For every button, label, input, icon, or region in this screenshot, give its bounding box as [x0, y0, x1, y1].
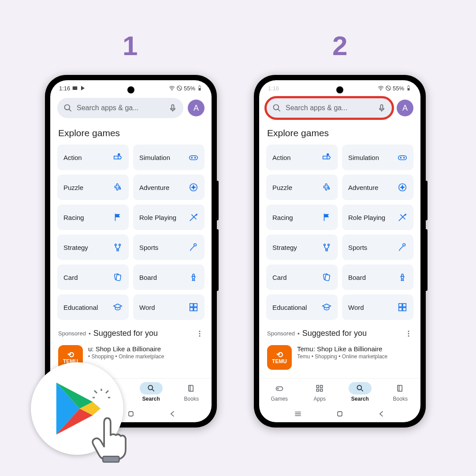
menu-dots-icon[interactable]	[405, 330, 413, 338]
puzzle-icon	[113, 182, 123, 192]
mic-icon[interactable]	[168, 104, 177, 112]
category-puzzle[interactable]: Puzzle	[266, 175, 338, 200]
category-board[interactable]: Board	[133, 264, 205, 290]
search-bar[interactable]: Search apps & ga...	[57, 98, 183, 118]
svg-point-29	[199, 335, 201, 336]
book-icon	[396, 384, 405, 393]
svg-rect-19	[117, 249, 119, 251]
sports-icon	[189, 242, 198, 252]
svg-rect-24	[194, 304, 197, 307]
battery-icon	[405, 85, 412, 91]
search-bar-highlighted[interactable]: Search apps & ga...	[266, 98, 392, 118]
category-card[interactable]: Card	[57, 264, 129, 290]
sports-icon	[398, 242, 407, 252]
adventure-icon	[398, 182, 407, 192]
category-racing[interactable]: Racing	[57, 205, 129, 230]
svg-rect-52	[381, 105, 383, 109]
category-grid: Action Simulation Puzzle Adventure Racin…	[57, 145, 205, 320]
svg-rect-12	[190, 156, 197, 160]
svg-rect-66	[399, 304, 402, 307]
svg-rect-49	[408, 86, 409, 86]
pointer-hand-icon	[84, 411, 137, 464]
sponsored-label: Sponsored	[267, 330, 295, 337]
category-strategy[interactable]: Strategy	[266, 234, 338, 260]
category-roleplaying[interactable]: Role Playing	[133, 205, 205, 230]
app-title: Temu: Shop Like a Billionaire	[297, 345, 387, 353]
svg-rect-62	[326, 249, 327, 251]
svg-point-7	[65, 105, 70, 110]
category-simulation[interactable]: Simulation	[342, 145, 413, 170]
camera-notch	[336, 86, 343, 93]
roleplaying-icon	[189, 212, 198, 222]
nav-books[interactable]: Books	[171, 379, 212, 405]
app-title: u: Shop Like a Billionaire	[88, 345, 164, 353]
category-action[interactable]: Action	[266, 145, 338, 170]
back-button[interactable]	[377, 409, 386, 418]
svg-rect-68	[399, 308, 402, 311]
gamepad-icon	[275, 384, 284, 393]
back-button[interactable]	[168, 409, 177, 418]
profile-avatar[interactable]: A	[397, 100, 413, 116]
search-icon	[63, 104, 72, 112]
svg-rect-86	[338, 412, 342, 416]
recents-button[interactable]	[294, 409, 302, 418]
step-label-1: 1	[123, 30, 138, 61]
category-word[interactable]: Word	[133, 294, 205, 320]
svg-rect-92	[103, 456, 119, 462]
home-button[interactable]	[335, 409, 344, 418]
category-adventure[interactable]: Adventure	[342, 175, 413, 200]
category-racing[interactable]: Racing	[266, 205, 338, 230]
svg-point-57	[403, 157, 405, 159]
svg-line-38	[152, 390, 154, 391]
svg-point-14	[194, 157, 196, 159]
nav-apps[interactable]: Apps	[300, 379, 340, 405]
mic-icon[interactable]	[377, 104, 386, 112]
svg-rect-5	[199, 88, 201, 90]
board-icon	[189, 272, 198, 282]
category-board[interactable]: Board	[342, 264, 413, 290]
app-row-temu[interactable]: ⟲TEMU Temu: Shop Like a Billionaire Temu…	[266, 342, 413, 372]
category-educational[interactable]: Educational	[57, 294, 129, 320]
nav-books[interactable]: Books	[380, 379, 421, 405]
nav-search[interactable]: Search	[131, 379, 171, 405]
category-educational[interactable]: Educational	[266, 294, 338, 320]
svg-point-13	[191, 157, 193, 159]
svg-rect-22	[116, 275, 121, 281]
category-simulation[interactable]: Simulation	[133, 145, 205, 170]
category-puzzle[interactable]: Puzzle	[57, 175, 129, 200]
wifi-icon	[169, 85, 175, 91]
category-word[interactable]: Word	[342, 294, 413, 320]
svg-rect-69	[403, 308, 406, 311]
category-sports[interactable]: Sports	[133, 234, 205, 260]
search-nav-icon	[356, 384, 364, 393]
svg-rect-73	[276, 387, 283, 390]
category-card[interactable]: Card	[266, 264, 338, 290]
phone-2: 1:16 55% Search apps & ga... A Explore g…	[254, 75, 426, 428]
category-sports[interactable]: Sports	[342, 234, 413, 260]
category-action[interactable]: Action	[57, 145, 129, 170]
svg-rect-67	[403, 304, 406, 307]
svg-line-51	[278, 109, 280, 112]
board-icon	[398, 272, 407, 282]
search-placeholder: Search apps & ga...	[286, 104, 377, 112]
svg-rect-78	[317, 389, 319, 391]
svg-rect-65	[325, 275, 330, 281]
search-icon	[272, 104, 281, 112]
nav-games[interactable]: Games	[259, 379, 300, 405]
card-icon	[113, 272, 123, 282]
menu-dots-icon[interactable]	[196, 330, 204, 338]
svg-point-44	[380, 90, 381, 91]
svg-point-28	[199, 333, 201, 334]
racing-icon	[322, 212, 331, 222]
svg-point-18	[119, 244, 121, 246]
nav-search[interactable]: Search	[340, 379, 380, 405]
category-roleplaying[interactable]: Role Playing	[342, 205, 413, 230]
category-adventure[interactable]: Adventure	[133, 175, 205, 200]
svg-rect-0	[73, 86, 78, 90]
profile-avatar[interactable]: A	[188, 100, 205, 116]
adventure-icon	[189, 182, 198, 192]
svg-line-8	[69, 109, 71, 112]
app-subtitle: Temu • Shopping • Online marketplace	[297, 353, 387, 360]
educational-icon	[322, 302, 331, 312]
category-strategy[interactable]: Strategy	[57, 234, 129, 260]
